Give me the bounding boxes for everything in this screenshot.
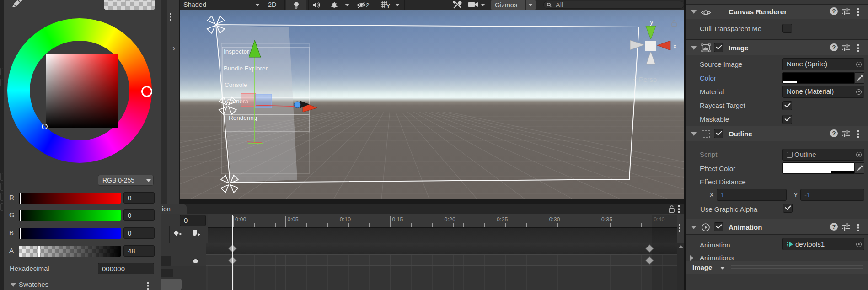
svg-text:x: x [673, 42, 677, 50]
svg-text:< Persp: < Persp [633, 75, 657, 83]
svg-text:y: y [650, 18, 654, 26]
svg-text:2: 2 [366, 2, 370, 9]
svg-text:Rendering: Rendering [229, 114, 257, 121]
svg-text:Console: Console [225, 81, 247, 88]
svg-text:Y: Y [386, 3, 390, 9]
svg-text:Bundle Explorer: Bundle Explorer [224, 65, 268, 72]
svg-text:Inspector: Inspector [224, 48, 249, 55]
